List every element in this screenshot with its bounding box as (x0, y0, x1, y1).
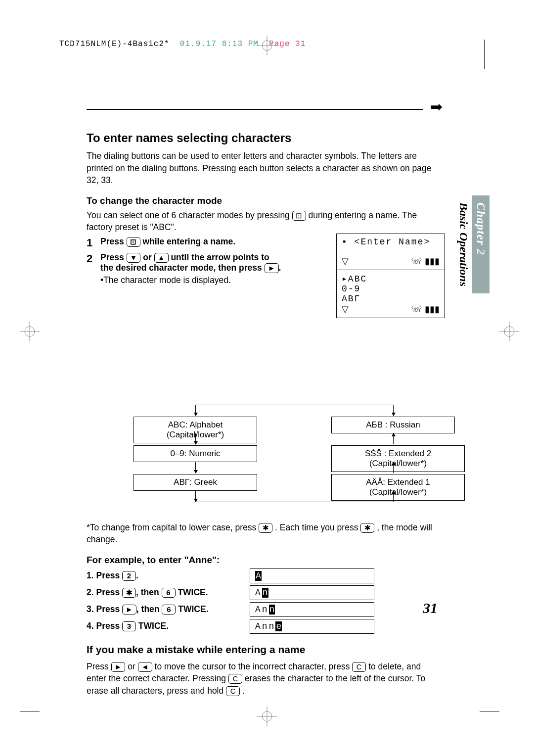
mode-russian: АБВ : Russian (331, 417, 455, 433)
battery-icon: ▮▮▮ (425, 256, 440, 266)
chapter-tab: Chapter 2 Basic Operations (455, 195, 490, 293)
example-row-3: 3. Press ►, then 6 TWICE. Ann (87, 602, 443, 617)
mistake-heading: If you make a mistake while entering a n… (87, 644, 443, 656)
section-name: Basic Operations (455, 195, 472, 293)
change-mode-body: You can select one of 6 character modes … (87, 209, 443, 234)
star-key-icon: ✱ (122, 588, 136, 598)
key-3: 3 (122, 621, 136, 631)
left-key-icon: ◄ (138, 662, 152, 672)
chapter-number: 2 (475, 249, 488, 255)
handset-icon: ☏ (411, 256, 422, 266)
lcd-enter-name: ▪ <Enter Name> ▽☏ ▮▮▮ (336, 234, 445, 270)
book-key-icon: ⊡ (127, 237, 140, 247)
battery-icon: ▮▮▮ (425, 304, 440, 314)
page-continue-icon: ➡ (430, 98, 443, 115)
top-rule (87, 109, 423, 110)
star-key-icon: ✱ (360, 523, 374, 533)
mode-numeric: 0–9: Numeric (134, 445, 257, 462)
section-title: To enter names selecting characters (87, 131, 443, 145)
example-table: 1. Press 2. A 2. Press ✱, then 6 TWICE. … (87, 568, 443, 634)
c-key-icon: C (228, 674, 242, 684)
step-2: 2 Press ▼ or ▲ until the arrow points to… (87, 252, 284, 286)
page-content: To enter names selecting characters The … (87, 121, 443, 700)
down-key-icon: ▼ (127, 253, 141, 263)
c-key-icon: C (352, 662, 366, 672)
key-6: 6 (162, 605, 176, 614)
star-key-icon: ✱ (259, 523, 272, 533)
footnote: *To change from capital to lower case, p… (87, 521, 443, 546)
lcd-mode-list: ▸ABC 0-9 ΑΒΓ ▽☏ ▮▮▮ (336, 270, 445, 318)
antenna-icon: ▽ (342, 304, 349, 315)
c-key-icon: C (226, 686, 240, 696)
mistake-body: Press ► or ◄ to move the cursor to the i… (87, 661, 443, 697)
registration-mark-left (20, 322, 40, 341)
right-key-icon: ► (122, 605, 136, 614)
right-key-icon: ► (111, 662, 126, 672)
change-mode-heading: To change the character mode (87, 195, 443, 206)
registration-mark-bottom (257, 707, 277, 726)
mode-ext2: SŚŠ : Extended 2 (Capital/lower*) (331, 445, 465, 472)
character-mode-diagram: ABC: Alphabet (Capital/lower*) АБВ : Rus… (87, 405, 443, 519)
crop-tick (484, 40, 485, 69)
handset-icon: ☏ (411, 304, 422, 314)
mode-ext1: AÄÅ: Extended 1 (Capital/lower*) (331, 474, 465, 501)
book-key-icon: ⊡ (292, 211, 306, 221)
chapter-word: Chapter (475, 202, 488, 245)
lcd-result-3: Ann (250, 602, 374, 617)
crop-tick (20, 711, 40, 711)
up-key-icon: ▲ (154, 253, 169, 263)
lcd-result-4: Anne (250, 619, 374, 634)
key-6: 6 (162, 588, 176, 598)
registration-mark-top (257, 36, 277, 55)
page-number: 31 (423, 600, 438, 616)
mode-greek: ΑΒΓ: Greek (134, 474, 257, 491)
crop-tick (480, 711, 499, 711)
example-row-2: 2. Press ✱, then 6 TWICE. An (87, 585, 443, 600)
intro-text: The dialing buttons can be used to enter… (87, 150, 443, 187)
lcd-result-1: A (250, 568, 374, 583)
lcd-result-2: An (250, 585, 374, 600)
example-heading: For example, to enter "Anne": (87, 555, 443, 566)
header-date: 01.9.17 8:13 PM (180, 40, 259, 48)
example-row-4: 4. Press 3 TWICE. Anne (87, 619, 443, 634)
example-row-1: 1. Press 2. A (87, 568, 443, 583)
registration-mark-right (499, 322, 519, 341)
step-2-sub: •The character mode is displayed. (100, 275, 284, 285)
right-key-icon: ► (265, 263, 279, 273)
lcd-screens: ▪ <Enter Name> ▽☏ ▮▮▮ ▸ABC 0-9 ΑΒΓ ▽☏ ▮▮… (336, 234, 445, 318)
key-2: 2 (122, 571, 136, 581)
antenna-icon: ▽ (342, 256, 349, 267)
step-1: 1 Press ⊡ while entering a name. (87, 236, 284, 249)
header-file: TCD715NLM(E)-4Basic2* (59, 40, 170, 48)
